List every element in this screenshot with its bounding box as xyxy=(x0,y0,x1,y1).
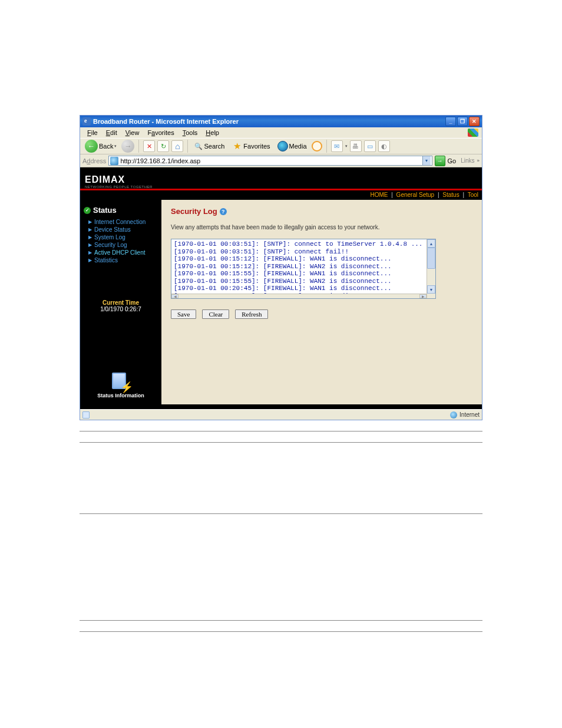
address-url: http://192.168.2.1/index.asp xyxy=(120,157,422,164)
sep: | xyxy=(391,192,393,198)
go-button[interactable]: → xyxy=(435,156,445,166)
media-icon xyxy=(277,141,288,151)
sidebar-heading-label: Status xyxy=(93,206,117,215)
sep: | xyxy=(462,192,464,198)
minimize-button[interactable]: _ xyxy=(445,117,456,126)
brand-name: EDIMAX xyxy=(85,174,153,185)
sidebar-item-label: Statistics xyxy=(94,257,118,263)
status-info-label: Status Information xyxy=(84,393,158,398)
arrow-icon: ▶ xyxy=(88,242,92,248)
sidebar-item-label: Internet Connection xyxy=(94,219,146,225)
sidebar-item-internet-connection[interactable]: ▶Internet Connection xyxy=(84,218,158,226)
back-label: Back xyxy=(99,143,113,150)
scroll-up-icon[interactable]: ▲ xyxy=(427,239,435,248)
page-title: Security Log ? xyxy=(171,207,472,216)
horizontal-scrollbar[interactable]: ◀ ▶ xyxy=(171,294,427,298)
menu-file[interactable]: File xyxy=(84,129,101,136)
status-bar: Internet xyxy=(80,409,482,420)
forward-button[interactable]: → xyxy=(121,140,134,153)
log-textarea[interactable]: [1970-01-01 00:03:51]: [SNTP]: connect t… xyxy=(171,239,436,299)
back-button[interactable]: ← Back ▾ xyxy=(82,139,119,154)
sidebar-item-statistics[interactable]: ▶Statistics xyxy=(84,256,158,264)
go-label: Go xyxy=(448,157,457,164)
arrow-icon: ▶ xyxy=(88,250,92,255)
top-nav: HOME | General Setup | Status | Tool xyxy=(80,190,482,200)
scroll-right-icon[interactable]: ▶ xyxy=(419,294,427,298)
edit-button[interactable]: ▭ xyxy=(364,140,376,152)
close-button[interactable]: ✕ xyxy=(469,117,480,126)
star-icon: ★ xyxy=(232,141,242,151)
menu-favorites[interactable]: Favorites xyxy=(144,129,177,136)
topnav-general-setup[interactable]: General Setup xyxy=(396,192,435,198)
scroll-thumb[interactable] xyxy=(427,248,435,269)
sidebar-item-active-dhcp-client[interactable]: ▶Active DHCP Client xyxy=(84,249,158,256)
sep: | xyxy=(438,192,439,198)
menu-view[interactable]: View xyxy=(122,129,143,136)
log-content: [1970-01-01 00:03:51]: [SNTP]: connect t… xyxy=(171,239,435,299)
links-chevron-icon[interactable]: » xyxy=(477,158,480,163)
toolbar: ← Back ▾ → ✕ ↻ ⌂ 🔍 Search ★ Favorites Me… xyxy=(80,138,482,154)
arrow-icon: ▶ xyxy=(88,258,92,263)
address-input[interactable]: http://192.168.2.1/index.asp ▾ xyxy=(108,156,432,166)
internet-zone-icon xyxy=(450,411,457,419)
home-button[interactable]: ⌂ xyxy=(171,140,183,152)
title-text: Security Log xyxy=(171,207,217,216)
stop-button[interactable]: ✕ xyxy=(143,140,155,152)
address-label: Address xyxy=(82,157,106,164)
save-button[interactable]: Save xyxy=(171,309,196,319)
current-time-label: Current Time xyxy=(84,299,158,306)
search-button[interactable]: 🔍 Search xyxy=(192,141,227,151)
zone-label: Internet xyxy=(459,411,480,418)
menu-help[interactable]: Help xyxy=(202,129,223,136)
page-rule xyxy=(80,631,482,632)
topnav-status[interactable]: Status xyxy=(442,192,459,198)
status-info-icon: ⚡ xyxy=(111,371,131,391)
favorites-button[interactable]: ★ Favorites xyxy=(229,140,272,153)
windows-flag-icon xyxy=(468,129,478,137)
browser-window: Broadband Router - Microsoft Internet Ex… xyxy=(80,115,482,420)
mail-button[interactable]: ✉ xyxy=(331,140,343,152)
sidebar-item-device-status[interactable]: ▶Device Status xyxy=(84,226,158,233)
main-content: Security Log ? View any attempts that ha… xyxy=(161,200,482,404)
current-time: Current Time 1/0/1970 0:26:7 xyxy=(84,299,158,312)
clear-button[interactable]: Clear xyxy=(202,309,229,319)
vertical-scrollbar[interactable]: ▲ ▼ xyxy=(427,239,435,298)
page-icon xyxy=(82,411,90,419)
print-button[interactable]: 🖶 xyxy=(350,140,362,152)
links-label[interactable]: Links xyxy=(461,157,474,164)
arrow-icon: ▶ xyxy=(88,235,92,240)
sidebar-item-system-log[interactable]: ▶System Log xyxy=(84,233,158,241)
media-button[interactable]: Media xyxy=(275,140,309,153)
divider xyxy=(326,140,327,153)
check-icon: ✓ xyxy=(84,207,91,214)
refresh-button[interactable]: ↻ xyxy=(157,140,169,152)
topnav-home[interactable]: HOME xyxy=(370,192,388,198)
arrow-icon: ▶ xyxy=(88,219,92,225)
sidebar-item-security-log[interactable]: ▶Security Log xyxy=(84,241,158,249)
page-content: EDIMAX NETWORKING PEOPLE TOGETHER HOME |… xyxy=(80,167,482,409)
arrow-icon: ▶ xyxy=(88,227,92,232)
menu-bar: File Edit View Favorites Tools Help xyxy=(80,127,482,138)
maximize-button[interactable]: ❐ xyxy=(457,117,468,126)
search-icon: 🔍 xyxy=(194,143,203,150)
discuss-button[interactable]: ◐ xyxy=(378,140,390,152)
refresh-log-button[interactable]: Refresh xyxy=(235,309,268,319)
mail-dropdown-icon[interactable]: ▾ xyxy=(345,144,348,149)
scroll-down-icon[interactable]: ▼ xyxy=(427,285,435,294)
page-description: View any attempts that have been made to… xyxy=(171,224,472,230)
sidebar-item-label: System Log xyxy=(94,234,125,241)
menu-tools[interactable]: Tools xyxy=(179,129,201,136)
scroll-left-icon[interactable]: ◀ xyxy=(171,294,178,298)
media-label: Media xyxy=(289,143,307,150)
address-dropdown-icon[interactable]: ▾ xyxy=(422,156,431,165)
favorites-label: Favorites xyxy=(243,143,270,150)
page-rule xyxy=(80,620,482,621)
topnav-tool[interactable]: Tool xyxy=(468,192,478,198)
history-button[interactable] xyxy=(312,141,322,151)
help-icon[interactable]: ? xyxy=(220,208,227,215)
brand-tagline: NETWORKING PEOPLE TOGETHER xyxy=(85,185,153,189)
menu-edit[interactable]: Edit xyxy=(103,129,121,136)
status-information[interactable]: ⚡ Status Information xyxy=(84,371,158,398)
back-dropdown-icon[interactable]: ▾ xyxy=(114,144,117,149)
globe-icon xyxy=(110,157,118,165)
